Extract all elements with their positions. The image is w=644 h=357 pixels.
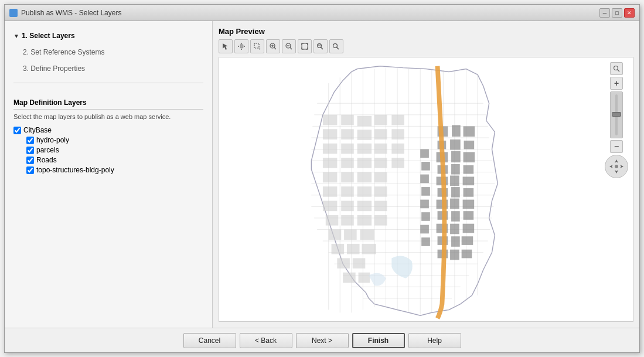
select-tool-button[interactable]	[219, 39, 233, 53]
svg-rect-69	[451, 211, 460, 222]
svg-rect-9	[302, 43, 308, 49]
svg-point-10	[318, 44, 322, 48]
map-def-title: Map Definition Layers	[13, 98, 203, 110]
find-button[interactable]	[329, 39, 343, 53]
bottom-bar: Cancel < Back Next > Finish Help	[5, 328, 639, 352]
map-container[interactable]: + −	[219, 57, 633, 322]
svg-rect-127	[332, 244, 345, 254]
step-1-arrow: ▼	[13, 33, 19, 39]
layer-parcels-checkbox[interactable]	[26, 147, 34, 154]
layer-parcels: parcels	[26, 146, 203, 154]
window-icon	[9, 9, 18, 17]
svg-rect-122	[357, 215, 372, 226]
svg-rect-98	[323, 144, 337, 154]
svg-rect-121	[341, 215, 354, 226]
svg-rect-64	[464, 188, 474, 197]
layer-hydro-poly-checkbox[interactable]	[26, 137, 34, 144]
svg-rect-107	[391, 158, 404, 168]
map-toolbar: +	[219, 39, 633, 53]
main-content: ▼ 1. Select Layers 2. Set Reference Syst…	[5, 21, 639, 328]
layer-topo-checkbox[interactable]	[26, 166, 34, 174]
layer-roads-checkbox[interactable]	[26, 157, 34, 164]
svg-rect-57	[451, 164, 460, 175]
svg-rect-70	[464, 211, 474, 220]
svg-rect-54	[451, 151, 461, 162]
layer-parcels-label: parcels	[36, 146, 59, 154]
step-2-item[interactable]: 2. Set Reference Systems	[23, 46, 203, 58]
zoom-out-button[interactable]	[282, 39, 296, 53]
close-button[interactable]: ✕	[624, 8, 635, 18]
svg-rect-73	[463, 224, 475, 233]
svg-rect-66	[450, 199, 459, 209]
svg-rect-49	[464, 126, 475, 137]
svg-rect-94	[341, 129, 354, 140]
svg-rect-91	[374, 115, 387, 125]
zoom-layer-button[interactable]	[314, 39, 328, 53]
svg-rect-83	[421, 187, 430, 196]
svg-rect-118	[357, 201, 372, 212]
map-zoom-out-button[interactable]: −	[610, 140, 623, 153]
cancel-button[interactable]: Cancel	[183, 333, 236, 348]
next-button[interactable]: Next >	[296, 333, 349, 348]
layer-topo-structures: topo-structures-bldg-poly	[26, 166, 203, 174]
zoom-slider-thumb[interactable]	[612, 112, 621, 117]
svg-rect-93	[323, 129, 337, 140]
svg-rect-123	[374, 215, 387, 226]
svg-marker-136	[615, 159, 618, 163]
svg-rect-61	[463, 176, 475, 185]
back-button[interactable]: < Back	[240, 333, 292, 348]
right-panel: Map Preview +	[213, 21, 639, 328]
svg-rect-90	[357, 116, 372, 127]
step-3-item[interactable]: 3. Define Properties	[23, 63, 203, 74]
map-zoom-in-button[interactable]: +	[610, 77, 623, 90]
svg-rect-100	[357, 144, 372, 154]
map-svg	[219, 57, 633, 321]
minimize-button[interactable]: ─	[599, 8, 610, 18]
svg-rect-109	[341, 172, 354, 183]
svg-rect-51	[450, 140, 461, 150]
svg-rect-81	[421, 162, 430, 171]
layer-hydro-poly: hydro-poly	[26, 136, 203, 144]
title-bar: Publish as WMS - Select Layers ─ □ ✕	[5, 5, 639, 21]
svg-marker-138	[609, 165, 613, 168]
svg-rect-75	[451, 236, 460, 247]
svg-rect-129	[362, 244, 376, 254]
map-search-icon[interactable]	[610, 62, 623, 75]
svg-rect-115	[374, 186, 387, 197]
svg-rect-82	[420, 175, 429, 183]
full-extent-button[interactable]	[298, 39, 312, 53]
svg-rect-132	[343, 273, 356, 283]
zoom-slider[interactable]	[610, 91, 623, 138]
step-1-label: 1. Select Layers	[22, 32, 75, 40]
svg-rect-116	[323, 201, 337, 212]
layer-hydro-poly-label: hydro-poly	[36, 136, 69, 144]
maximize-button[interactable]: □	[612, 8, 622, 18]
zoom-in-button[interactable]	[266, 39, 280, 53]
svg-rect-133	[359, 273, 370, 283]
finish-button[interactable]: Finish	[352, 333, 405, 348]
svg-rect-67	[463, 200, 475, 209]
svg-rect-55	[464, 152, 475, 162]
pan-tool-button[interactable]	[234, 39, 248, 53]
svg-point-140	[615, 165, 618, 168]
svg-rect-48	[452, 125, 461, 137]
help-button[interactable]: Help	[408, 333, 461, 348]
svg-rect-119	[374, 201, 387, 212]
step-1-item[interactable]: ▼ 1. Select Layers	[13, 30, 203, 42]
layer-citybase: CityBase	[13, 126, 203, 134]
step-3-label: 3. Define Properties	[23, 64, 85, 73]
svg-rect-78	[450, 250, 459, 260]
svg-rect-103	[323, 158, 337, 168]
svg-rect-131	[353, 258, 366, 268]
zoom-rect-button[interactable]: +	[250, 39, 264, 53]
divider	[13, 83, 203, 83]
pan-control[interactable]	[605, 155, 628, 178]
svg-rect-111	[374, 172, 387, 183]
svg-rect-60	[450, 176, 459, 186]
map-navigation: + −	[605, 62, 628, 178]
svg-point-134	[614, 66, 618, 70]
layer-roads: Roads	[26, 156, 203, 164]
svg-rect-92	[391, 115, 404, 125]
layer-citybase-checkbox[interactable]	[13, 127, 21, 134]
svg-line-13	[337, 47, 339, 50]
